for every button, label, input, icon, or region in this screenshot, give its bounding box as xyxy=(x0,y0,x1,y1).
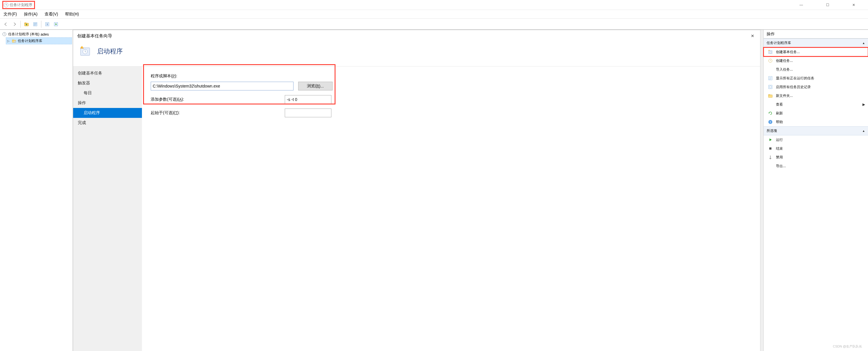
tree-library[interactable]: ▷ 任务计划程序库 xyxy=(6,37,72,45)
tree-root[interactable]: 任务计划程序 (本地)ades xyxy=(1,31,72,37)
action-help-label: 帮助 xyxy=(776,120,783,124)
folder-icon xyxy=(768,93,773,98)
tree-root-label: 任务计划程序 (本地) xyxy=(8,32,39,37)
actions-section-library-label: 任务计划程序库 xyxy=(767,40,791,46)
action-show-running-label: 显示所有正在运行的任务 xyxy=(776,76,814,81)
wizard-form: 程序或脚本(P): 浏览(R)... 添加参数(可选)(A): 起始于(可选)(… xyxy=(142,66,760,351)
action-import-task-label: 导入任务... xyxy=(776,67,793,72)
action-help[interactable]: ? 帮助 xyxy=(764,118,868,126)
titlebar-left: 任务计划程序 xyxy=(2,1,35,9)
action-end-label: 结束 xyxy=(776,146,783,151)
action-create-basic-task-label: 创建基本任务... xyxy=(776,50,800,55)
nav-back-button[interactable] xyxy=(2,20,10,28)
toolbar-run-button[interactable] xyxy=(52,20,60,28)
title-highlight-box: 任务计划程序 xyxy=(2,1,35,9)
wizard-hero-text: 启动程序 xyxy=(97,47,123,56)
action-enable-history[interactable]: 启用所有任务历史记录 xyxy=(764,83,868,91)
action-view-submenu[interactable]: 查看 ▶ xyxy=(764,100,868,109)
wizard-body: 创建基本任务 触发器 每日 操作 启动程序 完成 程序或脚本(P): 浏览(R)… xyxy=(73,66,760,351)
action-create-basic-task[interactable]: 创建基本任务... xyxy=(764,48,868,56)
svg-rect-8 xyxy=(12,40,14,40)
add-args-input[interactable] xyxy=(285,95,332,104)
chevron-right-icon: ▷ xyxy=(7,39,10,42)
svg-point-14 xyxy=(770,51,771,53)
tree-pane: 任务计划程序 (本地)ades ▷ 任务计划程序库 xyxy=(0,30,73,351)
wizard-icon xyxy=(768,49,773,55)
wizard-nav-operation[interactable]: 操作 xyxy=(73,98,142,108)
svg-text:?: ? xyxy=(46,23,48,26)
wizard-dialog: 创建基本任务向导 ✕ 启动程序 创建基本任务 触发器 每日 操作 启动程序 完成 xyxy=(73,30,761,351)
titlebar: 任务计划程序 — ☐ ✕ xyxy=(0,0,868,10)
menu-view[interactable]: 查看(V) xyxy=(44,12,58,17)
window-title: 任务计划程序 xyxy=(10,2,32,7)
svg-rect-1 xyxy=(25,23,26,23)
svg-rect-20 xyxy=(768,94,770,95)
blank-icon xyxy=(768,67,773,72)
blank-icon xyxy=(768,102,773,107)
wizard-close-button[interactable]: ✕ xyxy=(749,32,756,39)
svg-rect-23 xyxy=(769,147,772,150)
maximize-button[interactable]: ☐ xyxy=(814,1,841,9)
toolbar-folder-up-button[interactable] xyxy=(23,20,31,28)
action-enable-history-label: 启用所有任务历史记录 xyxy=(776,85,811,90)
action-new-folder[interactable]: 新文件夹... xyxy=(764,91,868,100)
start-in-input[interactable] xyxy=(285,109,332,117)
tree-library-label: 任务计划程序库 xyxy=(18,38,42,43)
clock-small-icon xyxy=(768,58,773,63)
wizard-nav-create-basic[interactable]: 创建基本任务 xyxy=(73,68,142,78)
refresh-icon xyxy=(768,111,773,116)
clock-icon xyxy=(4,3,8,7)
menubar: 文件(F) 操作(A) 查看(V) 帮助(H) xyxy=(0,10,868,19)
action-end[interactable]: 结束 xyxy=(764,144,868,153)
history-icon xyxy=(768,84,773,90)
action-import-task[interactable]: 导入任务... xyxy=(764,65,868,74)
action-create-task[interactable]: 创建任务... xyxy=(764,56,868,65)
svg-point-12 xyxy=(81,46,83,48)
action-refresh-label: 刷新 xyxy=(776,111,783,116)
watermark: CSDN @生产队队长 xyxy=(833,344,862,349)
actions-section-selected-label: 所选项 xyxy=(767,128,777,133)
actions-pane: 操作 任务计划程序库 ▲ 创建基本任务... 创建任务... 导入任务... 显… xyxy=(764,30,868,351)
wizard-header: 创建基本任务向导 ✕ xyxy=(73,30,760,42)
wizard-nav: 创建基本任务 触发器 每日 操作 启动程序 完成 xyxy=(73,66,142,351)
program-script-input[interactable] xyxy=(151,82,293,90)
folder-clock-icon xyxy=(11,38,17,43)
program-script-label: 程序或脚本(P): xyxy=(151,74,177,78)
svg-rect-17 xyxy=(769,85,772,89)
minimize-button[interactable]: — xyxy=(788,1,814,9)
action-show-running[interactable]: 显示所有正在运行的任务 xyxy=(764,74,868,83)
wizard-nav-start-program[interactable]: 启动程序 xyxy=(73,108,142,118)
actions-section-library[interactable]: 任务计划程序库 ▲ xyxy=(764,38,868,48)
close-button[interactable]: ✕ xyxy=(841,1,867,9)
add-args-label: 添加参数(可选)(A): xyxy=(151,97,184,102)
browse-button[interactable]: 浏览(R)... xyxy=(298,82,333,90)
wizard-nav-finish[interactable]: 完成 xyxy=(73,118,142,128)
action-new-folder-label: 新文件夹... xyxy=(776,93,793,98)
menu-action[interactable]: 操作(A) xyxy=(24,12,38,17)
chevron-right-icon: ▶ xyxy=(863,103,865,107)
list-icon xyxy=(768,76,773,81)
toolbar-help-button[interactable]: ? xyxy=(43,20,51,28)
action-run-label: 运行 xyxy=(776,138,783,142)
actions-section-selected[interactable]: 所选项 ▲ xyxy=(764,126,868,136)
action-export[interactable]: 导出... xyxy=(764,162,868,170)
menu-help[interactable]: 帮助(H) xyxy=(65,12,79,17)
menu-file[interactable]: 文件(F) xyxy=(3,12,17,17)
wizard-nav-daily[interactable]: 每日 xyxy=(73,88,142,98)
disable-icon xyxy=(768,155,773,160)
center-pane: 创建基本任务向导 ✕ 启动程序 创建基本任务 触发器 每日 操作 启动程序 完成 xyxy=(73,30,764,351)
toolbar: ? xyxy=(0,19,868,30)
action-refresh[interactable]: 刷新 xyxy=(764,109,868,118)
play-icon xyxy=(768,137,773,142)
help-icon: ? xyxy=(768,119,773,124)
action-disable-label: 禁用 xyxy=(776,155,783,160)
action-view-label: 查看 xyxy=(776,102,783,107)
action-create-task-label: 创建任务... xyxy=(776,58,793,63)
action-run[interactable]: 运行 xyxy=(764,136,868,144)
action-disable[interactable]: 禁用 xyxy=(764,153,868,162)
stop-icon xyxy=(768,146,773,151)
wizard-title: 创建基本任务向导 xyxy=(77,33,112,39)
wizard-nav-trigger[interactable]: 触发器 xyxy=(73,78,142,88)
nav-forward-button[interactable] xyxy=(10,20,19,28)
toolbar-properties-button[interactable] xyxy=(31,20,39,28)
